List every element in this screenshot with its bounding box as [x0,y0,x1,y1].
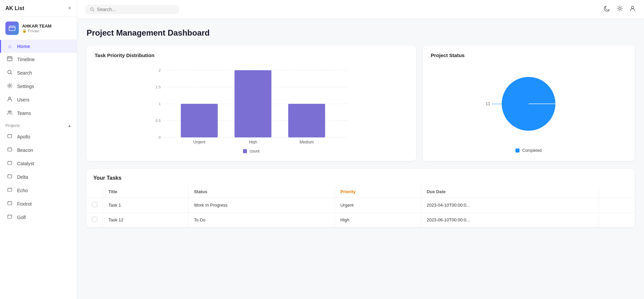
timeline-icon [6,56,13,63]
sidebar-item-beacon[interactable]: Beacon [0,143,77,157]
svg-rect-15 [8,134,12,138]
task-status: Work In Progress [188,198,335,213]
gear-icon[interactable] [616,5,623,13]
project-icon [6,187,13,194]
sidebar-item-foxtrot[interactable]: Foxtrot [0,197,77,211]
search-icon [90,7,94,12]
sidebar-item-label: Settings [17,84,34,89]
task-title: Task 1 [103,198,189,213]
task-title: Task 12 [103,213,189,227]
svg-point-12 [9,97,11,99]
svg-point-9 [8,70,11,74]
project-status-chart-card: Project Status 11 [423,46,635,161]
th-status: Status [188,186,335,198]
svg-rect-51 [235,70,271,137]
sidebar-item-label: Golf [17,215,26,220]
team-avatar [5,22,19,35]
svg-point-13 [8,111,9,112]
svg-rect-21 [8,161,12,165]
task-priority-chart-card: Task Priority Distribution 2 1.5 1 0.5 [87,46,416,161]
project-icon [6,147,13,154]
close-icon[interactable]: × [68,5,71,12]
task-priority: Urgent [335,198,421,213]
sidebar-item-timeline[interactable]: Timeline [0,53,77,66]
main-nav: ⌂ Home Timeline Search Settings Users [0,40,77,120]
sidebar-item-golf[interactable]: Golf [0,211,77,224]
task-checkbox[interactable] [92,217,97,222]
sidebar-item-teams[interactable]: Teams [0,106,77,120]
topbar-icons [604,5,636,13]
sidebar-item-echo[interactable]: Echo [0,184,77,197]
teams-icon [6,110,13,117]
sidebar-item-label: Catalyst [17,161,34,166]
team-name: AHKAR TEAM [22,24,51,29]
svg-rect-18 [8,148,12,151]
sidebar-title: AK List [5,5,24,11]
svg-rect-33 [8,215,12,218]
project-icon [6,214,13,221]
sidebar-item-settings[interactable]: Settings [0,80,77,93]
project-icon [6,160,13,167]
svg-point-14 [10,111,11,112]
sidebar-item-label: Foxtrot [17,201,32,207]
tasks-table: Title Status Priority Due Date Task 1 Wo… [87,186,635,227]
sidebar-item-catalyst[interactable]: Catalyst [0,157,77,170]
sidebar-item-users[interactable]: Users [0,93,77,106]
team-section: AHKAR TEAM 🔒 Private [0,17,77,40]
svg-rect-52 [288,104,325,137]
projects-label: Projects [5,123,20,128]
sidebar-header: AK List × [0,0,77,17]
th-title: Title [103,186,189,198]
pie-value-label: 11 [486,101,501,106]
charts-row: Task Priority Distribution 2 1.5 1 0.5 [87,46,635,161]
pie-svg [495,70,562,137]
sidebar-item-home[interactable]: ⌂ Home [0,40,77,53]
svg-text:1.5: 1.5 [155,85,160,89]
svg-rect-5 [7,57,12,61]
th-due-date: Due Date [421,186,599,198]
page-title: Project Management Dashboard [87,28,635,38]
sidebar-item-delta[interactable]: Delta [0,170,77,184]
sidebar-item-label: Beacon [17,147,33,153]
sidebar-item-label: Apollo [17,134,30,139]
svg-text:1: 1 [159,102,161,106]
search-box[interactable] [85,5,179,14]
chevron-up-icon: ▲ [67,123,71,128]
topbar [77,0,644,19]
task-checkbox[interactable] [92,202,97,207]
svg-rect-30 [8,202,12,205]
projects-list: Apollo Beacon Catalyst Delta Echo [0,130,77,224]
projects-section-header[interactable]: Projects ▲ [0,120,77,130]
moon-icon[interactable] [604,5,610,13]
bar-chart-svg: 2 1.5 1 0.5 0 Urgent High [95,63,408,144]
sidebar-item-label: Delta [17,174,28,180]
svg-point-39 [632,6,634,9]
settings-icon [6,83,13,90]
pie-legend-label: Completed [522,148,542,153]
th-checkbox [87,186,103,198]
tasks-card: Your Tasks Title Status Priority Due Dat… [87,169,635,227]
pie-legend-dot [515,148,519,153]
th-priority: Priority [335,186,421,198]
svg-line-10 [11,73,12,75]
table-row: Task 12 To Do High 2023-06-10T00:00:0... [87,213,635,227]
tasks-section-title: Your Tasks [87,169,635,186]
task-status: To Do [188,213,335,227]
home-icon: ⌂ [6,43,13,49]
search-icon [6,70,13,76]
team-privacy: 🔒 Private [22,29,51,33]
task-due-date: 2023-04-10T00:00:0... [421,198,599,213]
svg-rect-0 [7,24,17,33]
sidebar-item-search[interactable]: Search [0,66,77,80]
table-header-row: Title Status Priority Due Date [87,186,635,198]
svg-text:Medium: Medium [299,140,314,144]
project-icon [6,201,13,207]
svg-point-11 [9,85,11,87]
pie-chart-area: 11 Completed [431,63,627,153]
main-area: Project Management Dashboard Task Priori… [77,0,644,299]
sidebar-item-apollo[interactable]: Apollo [0,130,77,143]
row-checkbox-cell [87,213,103,227]
user-icon[interactable] [629,5,636,13]
search-input[interactable] [97,7,175,12]
legend-label: count [250,149,259,154]
